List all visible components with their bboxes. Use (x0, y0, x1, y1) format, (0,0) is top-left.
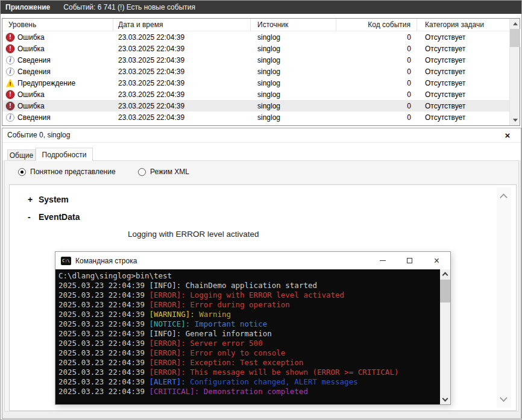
close-icon[interactable]: × (502, 129, 514, 141)
table-row[interactable]: !Ошибка23.03.2025 22:04:39singlog0Отсутс… (2, 89, 509, 100)
category-cell: Отсутствует (417, 100, 509, 111)
code-cell: 0 (336, 100, 417, 111)
console-line: 2025.03.23 22:04:39 [ERROR]: This messag… (58, 368, 440, 377)
arrow-down-icon (513, 119, 518, 122)
console-scrollbar[interactable] (440, 269, 450, 404)
radio-friendly-view[interactable]: Понятное представление (18, 168, 116, 176)
tree-label-system: System (39, 195, 69, 204)
column-header-source[interactable]: Источник (251, 19, 336, 31)
date-cell: 23.03.2025 22:04:39 (113, 54, 251, 66)
table-row[interactable]: iСведения23.03.2025 22:04:39singlog0Отсу… (2, 54, 509, 66)
title-separator (2, 142, 521, 143)
expand-icon[interactable]: + (28, 195, 39, 204)
table-row[interactable]: !Ошибка23.03.2025 22:04:39singlog0Отсутс… (2, 100, 509, 111)
source-cell: singlog (251, 111, 336, 123)
minimize-button[interactable] (369, 252, 396, 269)
scroll-thumb[interactable] (510, 29, 520, 47)
level-label: Сведения (17, 56, 51, 64)
date-cell: 23.03.2025 22:04:39 (113, 100, 251, 111)
close-window-button[interactable]: × (423, 252, 450, 269)
content-scrollbar[interactable] (497, 187, 511, 408)
radio-xml-view[interactable]: Режим XML (138, 168, 189, 176)
category-cell: Отсутствует (417, 89, 509, 100)
console-line: 2025.03.23 22:04:39 [WARNING]: Warning (58, 310, 440, 319)
tree-node-eventdata: - EventData (28, 212, 516, 222)
application-window: Приложение Событий: 6 741 (!) Есть новые… (0, 0, 522, 420)
level-cell: !Ошибка (2, 31, 113, 43)
event-details-panel: Событие 0, singlog × Общие Подробности П… (2, 128, 521, 419)
error-icon: ! (6, 102, 14, 110)
console-line: 2025.03.23 22:04:39 [ERROR]: Error only … (58, 348, 440, 358)
level-cell: iСведения (2, 111, 113, 123)
tab-details[interactable]: Подробности (36, 148, 93, 161)
event-xml-tree: + System - EventData Logging with ERROR … (10, 185, 516, 239)
table-row[interactable]: !Ошибка23.03.2025 22:04:39singlog0Отсутс… (2, 43, 509, 54)
source-cell: singlog (251, 43, 336, 54)
date-cell: 23.03.2025 22:04:39 (113, 31, 251, 43)
cmd-titlebar[interactable]: C:\ Командная строка × (55, 252, 450, 269)
scroll-down-button[interactable] (510, 115, 520, 125)
cmd-body: C:\dlang\singlog>bin\test2025.03.23 22:0… (55, 269, 450, 404)
maximize-icon (407, 258, 412, 263)
table-row[interactable]: !Предупреждение23.03.2025 22:04:39singlo… (2, 77, 509, 89)
table-scrollbar[interactable] (509, 19, 520, 125)
console-scroll-thumb[interactable] (440, 280, 450, 302)
table-row[interactable]: iСведения23.03.2025 22:04:39singlog0Отсу… (2, 111, 509, 123)
category-cell: Отсутствует (417, 43, 509, 54)
console-line: 2025.03.23 22:04:39 [ERROR]: Server erro… (58, 339, 440, 348)
console-line: 2025.03.23 22:04:39 [INFO]: General info… (58, 329, 440, 339)
console-line: 2025.03.23 22:04:39 [NOTICE]: Important … (58, 319, 440, 329)
column-header-date[interactable]: Дата и время (113, 19, 251, 31)
radio-selected-icon (18, 168, 26, 176)
code-cell: 0 (336, 43, 417, 54)
code-cell: 0 (336, 66, 417, 77)
level-label: Ошибка (17, 90, 45, 99)
console-line: 2025.03.23 22:04:39 [ERROR]: Exception: … (58, 358, 440, 368)
level-label: Сведения (17, 113, 51, 122)
details-header: Событие 0, singlog × Общие Подробности (2, 128, 521, 160)
chevron-down-icon[interactable] (442, 396, 448, 402)
code-cell: 0 (336, 111, 417, 123)
table-row[interactable]: !Ошибка23.03.2025 22:04:39singlog0Отсутс… (2, 31, 509, 43)
category-cell: Отсутствует (417, 111, 509, 123)
chevron-up-icon[interactable] (442, 272, 448, 278)
console-line: 2025.03.23 22:04:39 [ERROR]: Error durin… (58, 300, 440, 310)
arrow-up-icon (513, 22, 518, 25)
table-row[interactable]: iСведения23.03.2025 22:04:39singlog0Отсу… (2, 66, 509, 77)
source-cell: singlog (251, 66, 336, 77)
level-label: Ошибка (17, 102, 45, 110)
eventdata-value: Logging with ERROR level activated (128, 230, 516, 239)
level-label: Ошибка (17, 33, 45, 42)
command-prompt-window: C:\ Командная строка × C:\dlang\singlog>… (55, 251, 451, 405)
cmd-window-title: Командная строка (75, 257, 369, 265)
source-cell: singlog (251, 31, 336, 43)
date-cell: 23.03.2025 22:04:39 (113, 66, 251, 77)
level-label: Сведения (17, 67, 51, 76)
view-mode-radios: Понятное представление Режим XML (5, 168, 518, 178)
column-header-category[interactable]: Категория задачи (417, 19, 509, 31)
level-cell: !Ошибка (2, 43, 113, 54)
source-cell: singlog (251, 89, 336, 100)
warning-icon: ! (6, 79, 14, 87)
scroll-up-button[interactable] (510, 19, 520, 29)
chevron-up-icon[interactable] (500, 193, 508, 201)
close-icon: × (434, 256, 439, 266)
error-icon: ! (6, 90, 14, 99)
column-header-code[interactable]: Код события (336, 19, 417, 31)
console-line: 2025.03.23 22:04:39 [ALERT]: Configurati… (58, 377, 440, 387)
collapse-icon[interactable]: - (28, 212, 39, 222)
console-line: 2025.03.23 22:04:39 [CRITICAL]: Demonstr… (58, 387, 440, 396)
tree-label-eventdata: EventData (39, 212, 80, 222)
chevron-down-icon[interactable] (500, 394, 508, 402)
console-line: 2025.03.23 22:04:39 [ERROR]: Logging wit… (58, 290, 440, 300)
code-cell: 0 (336, 54, 417, 66)
source-cell: singlog (251, 100, 336, 111)
info-icon: i (6, 56, 14, 64)
level-label: Предупреждение (17, 79, 75, 87)
column-header-level[interactable]: Уровень (2, 19, 113, 31)
code-cell: 0 (336, 89, 417, 100)
console-line: C:\dlang\singlog>bin\test (58, 271, 440, 281)
maximize-button[interactable] (396, 252, 423, 269)
level-cell: !Предупреждение (2, 77, 113, 89)
tab-general[interactable]: Общие (7, 149, 36, 160)
